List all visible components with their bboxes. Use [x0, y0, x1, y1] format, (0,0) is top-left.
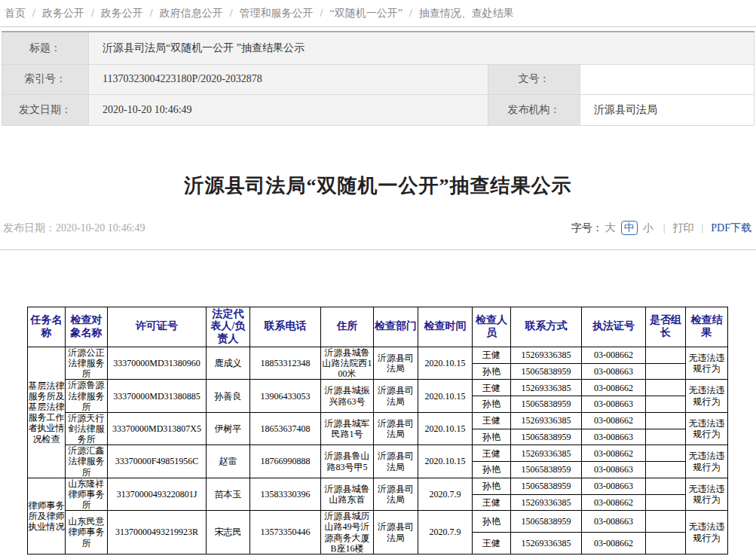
cell-task-name: 基层法律服务所及基层法律服务工作者执业情况检查 [28, 347, 66, 478]
breadcrumb-separator: / [91, 8, 94, 19]
cell-representative: 苗本玉 [207, 478, 250, 510]
column-header: 是否组长 [646, 307, 686, 347]
cell-is-leader [646, 494, 686, 511]
breadcrumb-link[interactable]: 首页 [5, 8, 26, 19]
cell-address: 沂源县城鲁山路东首 [321, 478, 374, 510]
cell-cert-number: 03-008662 [582, 533, 646, 554]
meta-title-label: 标题： [2, 32, 89, 64]
breadcrumb-link[interactable]: 抽查情况、查处结果 [419, 8, 514, 19]
cell-firm-name: 沂源天行剑法律服务所 [66, 412, 108, 444]
font-size-small-button[interactable]: 小 [643, 222, 653, 234]
breadcrumb-link[interactable]: 政务公开 [101, 8, 143, 19]
column-header: 住所 [321, 307, 374, 347]
cell-phone: 13583330396 [250, 478, 321, 510]
cell-cert-number: 03-008663 [582, 396, 646, 413]
column-header: 检查部门 [374, 307, 418, 347]
breadcrumb-separator: / [32, 8, 35, 19]
cell-is-leader [646, 412, 686, 429]
cell-cert-number: 03-008662 [582, 445, 646, 462]
font-size-label: 字号： [571, 222, 603, 234]
cell-date: 2020.10.15 [418, 445, 473, 478]
breadcrumb-link[interactable]: 管理和服务公开 [240, 8, 314, 19]
column-header: 许可证号 [108, 307, 207, 347]
column-header: 任务名称 [28, 307, 66, 347]
cell-cert-number: 03-008662 [582, 412, 646, 429]
cell-inspector-contact: 15065838959 [511, 478, 582, 494]
cell-inspector-name: 王健 [473, 533, 511, 554]
cell-result: 无违法违规行为 [686, 347, 728, 379]
cell-inspector-name: 王健 [473, 347, 511, 363]
font-size-large-button[interactable]: 大 [605, 222, 616, 234]
meta-docnum-value [580, 64, 754, 94]
article-tools: 字号：大中小|打印|PDF下载 [571, 221, 751, 235]
cell-is-leader [646, 396, 686, 413]
cell-inspector-contact: 15269336385 [511, 533, 582, 554]
breadcrumb: 首页/政务公开/政务公开/政府信息公开/管理和服务公开/“双随机一公开”/抽查情… [0, 0, 756, 27]
cell-phone: 13906433053 [250, 380, 321, 412]
cell-inspector-contact: 15269336385 [511, 380, 582, 396]
cell-date: 2020.10.15 [418, 412, 473, 444]
table-row: 沂源天行剑法律服务所33370000MD313807X5伊树平186536374… [28, 412, 728, 429]
document-meta-table: 标题： 沂源县司法局“双随机一公开 ”抽查结果公示 索引号： 113703230… [2, 31, 754, 126]
meta-org-label: 发布机构： [488, 94, 580, 125]
divider: | [663, 222, 666, 234]
cell-firm-name: 沂源公正法律服务所 [66, 347, 108, 379]
cell-address: 沂源县城历山路49号沂源商务大厦B座16楼 [321, 511, 374, 554]
cell-result: 无违法违规行为 [686, 511, 728, 554]
cell-firm-name: 沂源鲁源法律服务所 [66, 380, 108, 412]
cell-is-leader [646, 533, 686, 554]
print-button[interactable]: 打印 [673, 222, 694, 234]
cell-department: 沂源县司法局 [374, 380, 418, 412]
meta-docnum-label: 文号： [488, 64, 580, 94]
cell-representative: 鹿成义 [207, 347, 250, 379]
breadcrumb-separator: / [150, 8, 153, 19]
cell-firm-name: 山东隆祥律师事务所 [66, 478, 108, 510]
cell-license: 33370000MD31380960 [108, 347, 207, 379]
cell-cert-number: 03-008662 [582, 347, 646, 363]
cell-inspector-contact: 15269336385 [511, 494, 582, 511]
cell-inspector-contact: 15065838959 [511, 363, 582, 380]
pdf-download-link[interactable]: PDF下载 [711, 222, 751, 234]
cell-department: 沂源县司法局 [374, 445, 418, 478]
table-row: 律师事务所及律师执业情况山东隆祥律师事务所31370000493220801J苗… [28, 478, 728, 494]
cell-is-leader [646, 478, 686, 494]
meta-date-value: 2020-10-20 10:46:49 [89, 94, 488, 125]
table-row: 基层法律服务所及基层法律服务工作者执业情况检查沂源公正法律服务所33370000… [28, 347, 728, 363]
cell-firm-name: 沂源汇鑫法律服务所 [66, 445, 108, 478]
cell-license: 33370000MD31380885 [108, 380, 207, 412]
cell-cert-number: 03-008662 [582, 494, 646, 511]
column-header: 检查时间 [418, 307, 473, 347]
cell-license: 31370000493219923R [108, 511, 207, 554]
cell-representative: 伊树平 [207, 412, 250, 444]
publish-date-label: 发布日期： [3, 222, 56, 234]
cell-cert-number: 03-008663 [582, 462, 646, 478]
breadcrumb-link[interactable]: “双随机一公开” [329, 8, 402, 19]
cell-inspector-contact: 15065838959 [511, 462, 582, 478]
cell-cert-number: 03-008663 [582, 363, 646, 380]
font-size-medium-button[interactable]: 中 [621, 221, 638, 235]
cell-result: 无违法违规行为 [686, 478, 728, 510]
cell-date: 2020.10.15 [418, 347, 473, 379]
cell-inspector-name: 孙艳 [473, 462, 511, 478]
column-header: 检查对象名称 [66, 307, 108, 347]
cell-inspector-contact: 15065838959 [511, 429, 582, 445]
cell-phone: 18653637408 [250, 412, 321, 444]
cell-inspector-name: 王健 [473, 494, 511, 511]
cell-license: 33370000F49851956C [108, 445, 207, 478]
cell-phone: 18766990888 [250, 445, 321, 478]
breadcrumb-link[interactable]: 政府信息公开 [160, 8, 223, 19]
cell-address: 沂源县鲁山路83号甲5 [321, 445, 374, 478]
column-header: 检查结果 [686, 307, 728, 347]
meta-org-value: 沂源县司法局 [580, 94, 754, 125]
meta-date-label: 发文日期： [2, 94, 89, 125]
cell-address: 沂源县城振兴路63号 [321, 380, 374, 412]
publish-date: 发布日期：2020-10-20 10:46:49 [3, 221, 145, 235]
cell-is-leader [646, 380, 686, 396]
cell-date: 2020.7.9 [418, 478, 473, 510]
meta-index-label: 索引号： [2, 64, 89, 94]
divider-line [0, 249, 756, 250]
cell-department: 沂源县司法局 [374, 511, 418, 554]
cell-is-leader [646, 429, 686, 445]
cell-date: 2020.10.15 [418, 380, 473, 412]
breadcrumb-link[interactable]: 政务公开 [42, 8, 84, 19]
